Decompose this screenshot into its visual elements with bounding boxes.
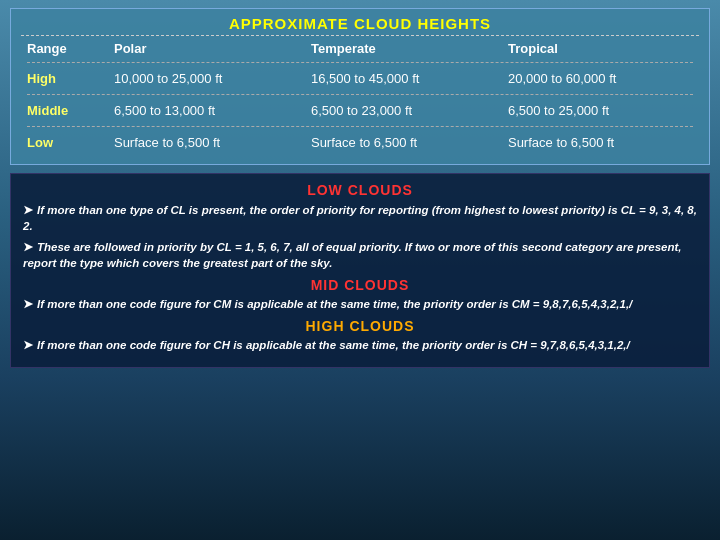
table-row xyxy=(21,90,699,99)
table-row xyxy=(21,122,699,131)
col-range: Range xyxy=(21,39,108,58)
mid-clouds-para1: ➤If more than one code figure for CM is … xyxy=(23,296,697,312)
top-divider xyxy=(21,35,699,36)
table-row-low: Low Surface to 6,500 ft Surface to 6,500… xyxy=(21,131,699,154)
table-row xyxy=(21,58,699,67)
high-clouds-title: HIGH CLOUDS xyxy=(23,318,697,334)
row-low-polar: Surface to 6,500 ft xyxy=(108,131,305,154)
low-clouds-para1-text: If more than one type of CL is present, … xyxy=(23,204,697,232)
col-tropical: Tropical xyxy=(502,39,699,58)
col-temperate: Temperate xyxy=(305,39,502,58)
main-content: APPROXIMATE CLOUD HEIGHTS Range Polar Te… xyxy=(0,0,720,376)
mid-clouds-title: MID CLOUDS xyxy=(23,277,697,293)
col-polar: Polar xyxy=(108,39,305,58)
low-clouds-para2: ➤These are followed in priority by CL = … xyxy=(23,239,697,271)
cloud-table: Range Polar Temperate Tropical High 10,0… xyxy=(21,39,699,154)
row-low-range: Low xyxy=(21,131,108,154)
row-low-tropical: Surface to 6,500 ft xyxy=(502,131,699,154)
table-row-high: High 10,000 to 25,000 ft 16,500 to 45,00… xyxy=(21,67,699,90)
row-high-range: High xyxy=(21,67,108,90)
row-divider xyxy=(27,62,693,63)
low-clouds-title: LOW CLOUDS xyxy=(23,182,697,198)
mid-clouds-para1-text: If more than one code figure for CM is a… xyxy=(37,298,632,310)
low-clouds-para1: ➤If more than one type of CL is present,… xyxy=(23,202,697,234)
high-clouds-para1-text: If more than one code figure for CH is a… xyxy=(37,339,630,351)
arrow-icon: ➤ xyxy=(23,204,33,216)
row-low-temperate: Surface to 6,500 ft xyxy=(305,131,502,154)
table-row-middle: Middle 6,500 to 13,000 ft 6,500 to 23,00… xyxy=(21,99,699,122)
cloud-heights-table: APPROXIMATE CLOUD HEIGHTS Range Polar Te… xyxy=(10,8,710,165)
row-high-tropical: 20,000 to 60,000 ft xyxy=(502,67,699,90)
row-high-polar: 10,000 to 25,000 ft xyxy=(108,67,305,90)
low-clouds-para2-text: These are followed in priority by CL = 1… xyxy=(23,241,681,269)
table-header-row: Range Polar Temperate Tropical xyxy=(21,39,699,58)
row-middle-temperate: 6,500 to 23,000 ft xyxy=(305,99,502,122)
arrow-icon: ➤ xyxy=(23,339,33,351)
row-middle-tropical: 6,500 to 25,000 ft xyxy=(502,99,699,122)
row-high-temperate: 16,500 to 45,000 ft xyxy=(305,67,502,90)
row-divider xyxy=(27,126,693,127)
table-title: APPROXIMATE CLOUD HEIGHTS xyxy=(21,15,699,32)
bottom-section: LOW CLOUDS ➤If more than one type of CL … xyxy=(10,173,710,368)
row-middle-polar: 6,500 to 13,000 ft xyxy=(108,99,305,122)
row-middle-range: Middle xyxy=(21,99,108,122)
arrow-icon: ➤ xyxy=(23,241,33,253)
row-divider xyxy=(27,94,693,95)
arrow-icon: ➤ xyxy=(23,298,33,310)
high-clouds-para1: ➤If more than one code figure for CH is … xyxy=(23,337,697,353)
